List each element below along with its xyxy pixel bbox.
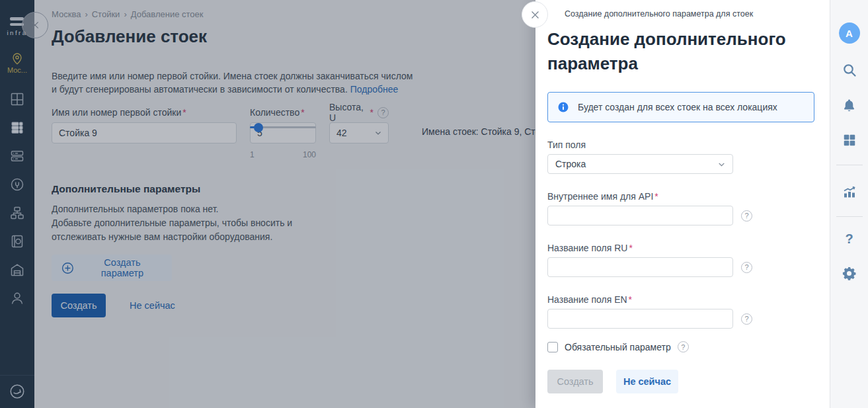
field-type-row: Строка [547, 154, 818, 174]
drawer-close-button[interactable] [522, 1, 548, 28]
apps-button[interactable] [841, 132, 858, 149]
settings-button[interactable] [841, 265, 858, 282]
drawer-subtitle: Создание дополнительного параметра для с… [547, 9, 818, 19]
help-button[interactable]: ? [845, 231, 853, 247]
required-param-checkbox[interactable] [547, 342, 558, 352]
field-type-select[interactable]: Строка [547, 154, 733, 174]
toolbar-divider [836, 216, 863, 217]
notifications-button[interactable] [841, 97, 858, 114]
required-param-help-icon[interactable]: ? [678, 341, 689, 352]
api-name-row: ? [547, 206, 818, 225]
info-banner: Будет создан для всех стоек на всех лока… [547, 92, 814, 122]
field-name-en-row: ? [547, 309, 818, 329]
field-name-en-input[interactable] [547, 309, 733, 329]
required-asterisk: * [629, 294, 632, 305]
drawer-not-now-button[interactable]: Не сейчас [616, 370, 678, 393]
field-type-label: Тип поля [547, 140, 818, 150]
drawer-mask[interactable] [0, 0, 535, 408]
search-icon [842, 62, 857, 78]
field-name-ru-label: Название поля RU* [547, 243, 818, 253]
bell-icon [842, 98, 857, 113]
api-name-input[interactable] [547, 206, 733, 225]
field-name-en-label: Название поля EN* [547, 294, 818, 305]
info-icon [557, 101, 569, 113]
required-asterisk: * [629, 243, 632, 253]
info-banner-text: Будет создан для всех стоек на всех лока… [578, 102, 777, 112]
right-toolbar: A ? [830, 0, 868, 408]
search-button[interactable] [841, 61, 858, 79]
toolbar-divider [836, 165, 863, 165]
api-name-help-icon[interactable]: ? [741, 210, 752, 222]
analytics-button[interactable] [841, 183, 858, 200]
avatar[interactable]: A [839, 22, 860, 44]
app-window: infra Мос... [0, 0, 868, 408]
drawer-footer: Создать Не сейчас [547, 370, 818, 393]
create-param-drawer: Создание дополнительного параметра для с… [535, 0, 830, 408]
field-name-ru-row: ? [547, 257, 818, 277]
field-name-en-help-icon[interactable]: ? [741, 313, 752, 325]
field-name-ru-help-icon[interactable]: ? [741, 262, 752, 273]
field-type-value: Строка [555, 159, 586, 169]
apps-grid-icon [842, 133, 857, 147]
drawer-title: Создание дополнительногопараметра [547, 27, 818, 76]
drawer-create-button[interactable]: Создать [547, 370, 603, 393]
required-param-row: Обязательный параметр ? [547, 341, 818, 352]
api-name-label: Внутреннее имя для API* [547, 191, 818, 202]
close-icon [530, 9, 541, 20]
chevron-down-icon [717, 160, 726, 169]
analytics-chart-icon [842, 184, 857, 200]
required-asterisk: * [654, 191, 658, 202]
field-name-ru-input[interactable] [547, 257, 733, 277]
required-param-label: Обязательный параметр [565, 342, 671, 352]
gear-icon [842, 266, 857, 281]
